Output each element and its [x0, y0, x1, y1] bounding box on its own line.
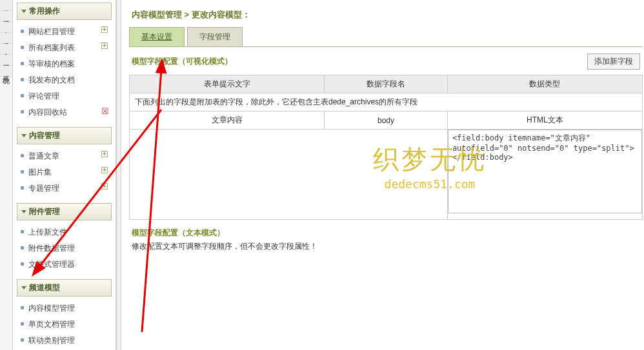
sidebar-item[interactable]: 文件式管理器: [19, 257, 109, 273]
breadcrumb: 内容模型管理 > 更改内容模型：: [129, 5, 643, 27]
sidebar-section-header[interactable]: 频道模型: [17, 279, 112, 297]
add-icon[interactable]: +: [101, 167, 108, 173]
left-tab[interactable]: 会员: [0, 44, 12, 55]
chevron-down-icon: [21, 134, 26, 137]
sidebar-item[interactable]: 单页文档管理: [19, 316, 109, 333]
sidebar-item[interactable]: 等审核的档案: [19, 56, 109, 72]
sidebar: 常用操作网站栏目管理+所有档案列表+等审核的档案我发布的文档评论管理内容回收站☒…: [13, 0, 116, 350]
add-icon[interactable]: +: [101, 151, 108, 157]
sidebar-item[interactable]: 网站栏目管理+: [19, 24, 109, 40]
tab-basic-settings[interactable]: 基本设置: [129, 27, 185, 46]
tab-field-manage[interactable]: 字段管理: [187, 27, 243, 46]
sidebar-section-header[interactable]: 附件管理: [17, 203, 112, 220]
left-tab[interactable]: 采集: [0, 33, 12, 44]
left-tab[interactable]: 生成: [0, 22, 12, 33]
sidebar-item[interactable]: 图片集+: [19, 164, 109, 180]
sidebar-section-header[interactable]: 常用操作: [17, 3, 112, 20]
sidebar-item[interactable]: 附件数据管理: [19, 240, 109, 257]
label-text-config: 模型字段配置（文本模式）: [132, 228, 640, 238]
pane-divider[interactable]: [116, 0, 121, 350]
left-tab[interactable]: 模块: [0, 11, 12, 22]
shield-icon: ☒: [101, 106, 109, 116]
chevron-down-icon: [21, 210, 26, 213]
tab-bar: 基本设置 字段管理: [129, 27, 643, 47]
sidebar-item[interactable]: 专题管理+: [19, 180, 109, 197]
sidebar-item[interactable]: 内容回收站☒: [19, 104, 109, 121]
text-config-note: 修改配置文本可调整字段顺序，但不会更改字段属性！: [132, 241, 640, 252]
chevron-down-icon: [21, 10, 26, 13]
cell-type: HTML文本: [447, 112, 642, 130]
left-tab[interactable]: 核心: [0, 0, 12, 11]
field-code-textarea[interactable]: [448, 130, 642, 213]
add-icon[interactable]: +: [101, 43, 108, 49]
label-visual-config: 模型字段配置（可视化模式）: [132, 56, 587, 67]
sidebar-item[interactable]: 上传新文件: [19, 224, 109, 240]
main-content: 内容模型管理 > 更改内容模型： 基本设置 字段管理 模型字段配置（可视化模式）…: [121, 0, 644, 350]
sidebar-item[interactable]: 普通文章+: [19, 148, 109, 164]
section-title: 频道模型: [29, 283, 60, 292]
sidebar-item[interactable]: 所有档案列表+: [19, 40, 109, 56]
section-title: 附件管理: [29, 207, 60, 216]
left-tab[interactable]: 系统: [0, 66, 12, 77]
section-title: 内容管理: [29, 131, 60, 140]
left-tab[interactable]: 模板: [0, 55, 12, 66]
cell-field: body: [325, 112, 448, 130]
add-field-button[interactable]: 添加新字段: [587, 53, 640, 70]
left-vertical-tabs[interactable]: 核心模块生成采集会员模板系统: [0, 0, 13, 350]
th-field: 数据字段名: [325, 75, 448, 93]
empty-preview-cell: [130, 130, 448, 220]
th-type: 数据类型: [447, 75, 642, 93]
add-icon[interactable]: +: [101, 26, 108, 33]
sidebar-item[interactable]: 联动类别管理: [19, 333, 109, 349]
sidebar-item[interactable]: 评论管理: [19, 88, 109, 104]
field-table: 表单提示文字 数据字段名 数据类型 下面列出的字段是附加表的字段，除此外，它还包…: [129, 75, 643, 220]
sidebar-item[interactable]: 内容模型管理: [19, 300, 109, 316]
sidebar-item[interactable]: 我发布的文档: [19, 72, 109, 88]
th-hint: 表单提示文字: [130, 75, 325, 93]
table-note-row: 下面列出的字段是附加表的字段，除此外，它还包含主表dede_archives的所…: [130, 93, 643, 112]
sidebar-section-header[interactable]: 内容管理: [17, 127, 112, 144]
cell-hint: 文章内容: [130, 112, 325, 130]
chevron-down-icon: [21, 286, 26, 289]
add-icon[interactable]: +: [101, 183, 108, 190]
section-title: 常用操作: [29, 6, 60, 15]
